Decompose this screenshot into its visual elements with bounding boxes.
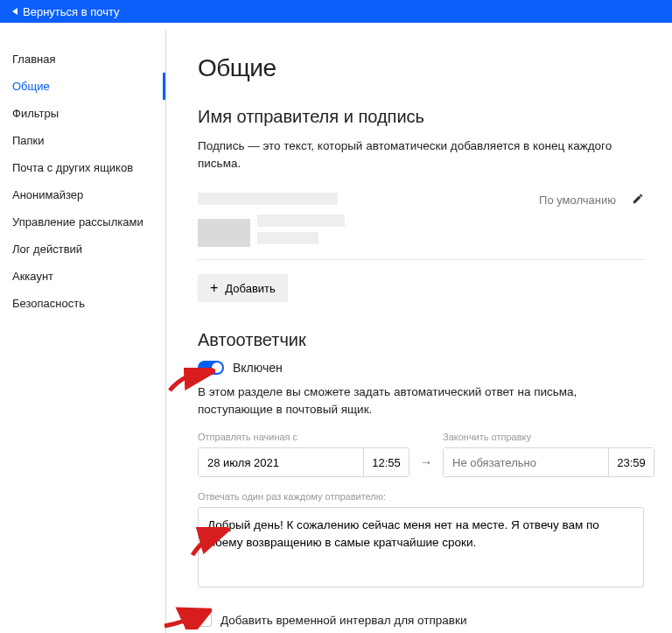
signature-heading: Имя отправителя и подпись <box>198 107 644 127</box>
main-content: Общие Имя отправителя и подпись Подпись … <box>166 30 672 633</box>
default-badge: По умолчанию <box>539 193 616 207</box>
interval-checkbox-label: Добавить временной интервал для отправки <box>220 614 466 627</box>
signature-description: Подпись — это текст, который автоматичес… <box>198 137 644 172</box>
autoreply-heading: Автоответчик <box>198 330 644 350</box>
settings-sidebar: ГлавнаяОбщиеФильтрыПапкиПочта с других я… <box>0 30 166 633</box>
plus-icon: + <box>210 281 218 295</box>
start-time-input[interactable] <box>363 448 409 476</box>
back-to-mail-link[interactable]: Вернуться в почту <box>12 5 120 18</box>
arrow-right-icon: → <box>420 440 432 469</box>
sidebar-item-othermail[interactable]: Почта с других ящиков <box>0 154 165 181</box>
autoreply-description: В этом разделе вы сможете задать автомат… <box>198 383 644 418</box>
interval-checkbox[interactable] <box>198 613 212 627</box>
edit-signature-button[interactable] <box>632 193 644 207</box>
end-date-input[interactable] <box>444 448 608 476</box>
sidebar-item-general[interactable]: Общие <box>0 73 165 100</box>
triangle-left-icon <box>12 8 18 15</box>
sidebar-item-log[interactable]: Лог действий <box>0 236 165 263</box>
end-date-label: Закончить отправку <box>443 432 654 442</box>
end-time-input[interactable] <box>608 448 654 476</box>
message-label: Отвечать один раз каждому отправителю: <box>198 491 644 502</box>
pencil-icon <box>632 193 644 205</box>
sidebar-item-folders[interactable]: Папки <box>0 127 165 154</box>
signature-preview <box>198 193 345 247</box>
sidebar-item-subs[interactable]: Управление рассылками <box>0 208 165 236</box>
autoreply-toggle[interactable] <box>198 361 224 375</box>
autoreply-enabled-label: Включен <box>233 361 283 375</box>
sidebar-item-main[interactable]: Главная <box>0 46 165 73</box>
page-title: Общие <box>198 54 644 82</box>
add-signature-button[interactable]: + Добавить <box>198 274 288 302</box>
add-signature-label: Добавить <box>225 282 275 295</box>
signature-card: По умолчанию <box>198 187 644 260</box>
start-date-label: Отправлять начиная с <box>198 432 410 442</box>
sidebar-item-anon[interactable]: Анонимайзер <box>0 181 165 208</box>
sidebar-item-account[interactable]: Аккаунт <box>0 263 165 290</box>
sidebar-item-security[interactable]: Безопасность <box>0 290 165 317</box>
start-date-input[interactable] <box>199 448 363 476</box>
back-label: Вернуться в почту <box>23 5 120 18</box>
autoreply-message-textarea[interactable] <box>198 507 644 587</box>
sidebar-item-filters[interactable]: Фильтры <box>0 100 165 127</box>
